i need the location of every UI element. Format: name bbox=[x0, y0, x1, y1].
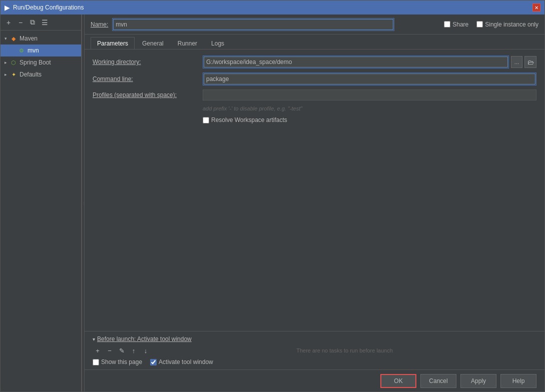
name-label: Name: bbox=[91, 21, 108, 28]
ok-button[interactable]: OK bbox=[380, 374, 416, 388]
sidebar-item-maven[interactable]: ▾ ◆ Maven bbox=[1, 32, 81, 44]
resolve-label: Resolve Workspace artifacts bbox=[211, 116, 287, 124]
help-button[interactable]: Help bbox=[500, 374, 536, 388]
profiles-label: Profiles (separated with space): bbox=[93, 92, 203, 98]
apply-button[interactable]: Apply bbox=[460, 374, 496, 388]
command-line-label: Command line: bbox=[93, 76, 203, 82]
resolve-checkbox-label[interactable]: Resolve Workspace artifacts bbox=[203, 116, 287, 124]
sidebar-toolbar: + − ⧉ ☰ bbox=[1, 14, 81, 30]
form-content: Working directory: ... 🗁 Command line: bbox=[85, 50, 544, 331]
sidebar: + − ⧉ ☰ ▾ ◆ Maven ⚙ mvn bbox=[1, 14, 82, 392]
run-debug-dialog: ▶ Run/Debug Configurations ✕ + − ⧉ ☰ ▾ ◆… bbox=[0, 0, 545, 392]
spring-boot-label: Spring Boot bbox=[20, 59, 51, 66]
add-config-button[interactable]: + bbox=[4, 18, 14, 28]
working-directory-input-group: ... 🗁 bbox=[203, 56, 536, 68]
folder-icon-button[interactable]: 🗁 bbox=[524, 56, 536, 68]
spring-boot-folder-icon: ⬡ bbox=[10, 58, 18, 66]
sidebar-item-spring-boot[interactable]: ▸ ⬡ Spring Boot bbox=[1, 56, 81, 68]
before-launch-section: ▾ Before launch: Activate tool window + … bbox=[85, 331, 544, 370]
command-line-input-wrapper bbox=[203, 72, 536, 86]
activate-window-label: Activate tool window bbox=[159, 358, 213, 366]
defaults-label: Defaults bbox=[20, 71, 42, 78]
show-page-checkbox-label[interactable]: Show this page bbox=[93, 358, 142, 366]
before-launch-up-button[interactable]: ↑ bbox=[129, 346, 139, 356]
activate-window-checkbox[interactable] bbox=[150, 359, 157, 366]
main-content: + − ⧉ ☰ ▾ ◆ Maven ⚙ mvn bbox=[1, 14, 544, 392]
profiles-row: Profiles (separated with space): bbox=[93, 90, 536, 100]
before-launch-toolbar: + − ✎ ↑ ↓ There are no tasks to run befo… bbox=[93, 346, 536, 356]
copy-config-button[interactable]: ⧉ bbox=[28, 18, 38, 28]
name-input[interactable] bbox=[113, 19, 393, 30]
sidebar-item-mvn[interactable]: ⚙ mvn bbox=[1, 44, 81, 56]
command-line-input-group bbox=[203, 72, 536, 86]
share-area: Share Single instance only bbox=[444, 21, 538, 28]
command-line-input[interactable] bbox=[204, 74, 535, 84]
spring-boot-arrow-icon: ▸ bbox=[5, 60, 10, 65]
single-instance-checkbox[interactable] bbox=[476, 21, 483, 28]
title-icon: ▶ bbox=[5, 4, 10, 12]
title-text: Run/Debug Configurations bbox=[13, 4, 532, 11]
close-button[interactable]: ✕ bbox=[532, 4, 540, 12]
tab-runner[interactable]: Runner bbox=[171, 37, 204, 49]
working-directory-input-wrapper bbox=[203, 56, 509, 68]
before-launch-add-button[interactable]: + bbox=[93, 346, 103, 356]
sidebar-tree: ▾ ◆ Maven ⚙ mvn ▸ ⬡ Spring Boot bbox=[1, 30, 81, 392]
working-directory-input[interactable] bbox=[204, 56, 508, 68]
mvn-config-icon: ⚙ bbox=[18, 46, 26, 54]
right-panel: Name: Share Single instance only bbox=[85, 14, 544, 392]
name-input-wrapper bbox=[112, 18, 394, 31]
before-launch-options: Show this page Activate tool window bbox=[93, 358, 536, 366]
dialog-buttons: OK Cancel Apply Help bbox=[85, 370, 544, 392]
defaults-folder-icon: ✦ bbox=[10, 70, 18, 78]
share-label: Share bbox=[452, 21, 468, 28]
browse-button[interactable]: ... bbox=[511, 56, 522, 68]
resolve-checkbox[interactable] bbox=[203, 117, 209, 124]
menu-config-button[interactable]: ☰ bbox=[40, 18, 50, 28]
sidebar-item-defaults[interactable]: ▸ ✦ Defaults bbox=[1, 68, 81, 80]
share-checkbox[interactable] bbox=[444, 21, 450, 28]
single-instance-label: Single instance only bbox=[485, 21, 538, 28]
defaults-arrow-icon: ▸ bbox=[5, 72, 10, 77]
maven-arrow-icon: ▾ bbox=[5, 36, 10, 41]
title-bar: ▶ Run/Debug Configurations ✕ bbox=[1, 0, 544, 14]
show-page-checkbox[interactable] bbox=[93, 359, 99, 366]
tab-logs[interactable]: Logs bbox=[205, 37, 231, 49]
cancel-button[interactable]: Cancel bbox=[420, 374, 456, 388]
before-launch-down-button[interactable]: ↓ bbox=[141, 346, 151, 356]
tab-general[interactable]: General bbox=[136, 37, 170, 49]
share-checkbox-label[interactable]: Share bbox=[444, 21, 468, 28]
maven-folder-icon: ◆ bbox=[10, 34, 18, 42]
tab-parameters[interactable]: Parameters bbox=[91, 37, 135, 49]
resolve-row: Resolve Workspace artifacts bbox=[93, 116, 536, 124]
before-launch-remove-button[interactable]: − bbox=[105, 346, 115, 356]
before-launch-arrow-icon: ▾ bbox=[93, 336, 95, 342]
name-bar: Name: Share Single instance only bbox=[85, 14, 544, 34]
before-launch-empty-text: There are no tasks to run before launch bbox=[153, 346, 536, 356]
profiles-input[interactable] bbox=[203, 90, 536, 100]
before-launch-header-label: Before launch: Activate tool window bbox=[97, 336, 192, 342]
profiles-hint: add prefix '-' to disable profile, e.g. … bbox=[93, 104, 536, 112]
working-directory-row: Working directory: ... 🗁 bbox=[93, 56, 536, 68]
before-launch-header: ▾ Before launch: Activate tool window bbox=[93, 336, 536, 342]
command-line-row: Command line: bbox=[93, 72, 536, 86]
single-instance-checkbox-label[interactable]: Single instance only bbox=[476, 21, 538, 28]
maven-label: Maven bbox=[20, 35, 38, 42]
profiles-input-group bbox=[203, 90, 536, 100]
show-page-label: Show this page bbox=[101, 358, 142, 366]
mvn-label: mvn bbox=[28, 47, 39, 54]
tabs-bar: Parameters General Runner Logs bbox=[85, 34, 544, 50]
remove-config-button[interactable]: − bbox=[16, 18, 26, 28]
activate-window-checkbox-label[interactable]: Activate tool window bbox=[150, 358, 213, 366]
working-directory-label: Working directory: bbox=[93, 58, 203, 66]
before-launch-edit-button[interactable]: ✎ bbox=[117, 346, 127, 356]
